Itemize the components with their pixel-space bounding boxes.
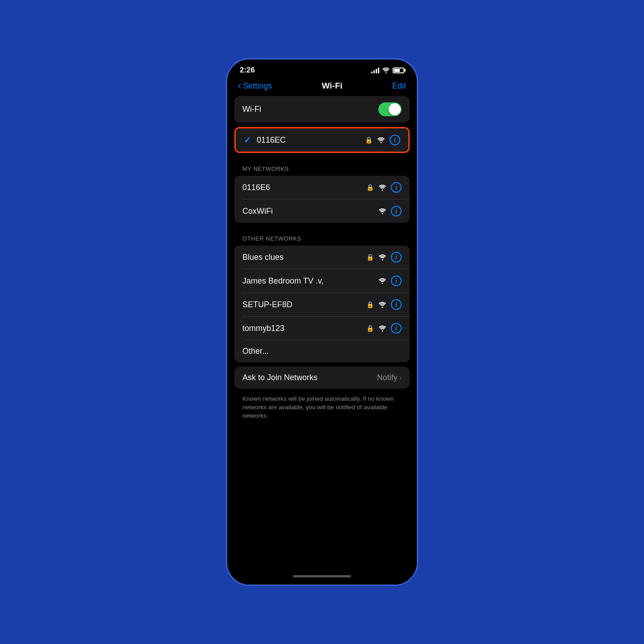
home-indicator [227,571,417,585]
wifi-icon [378,208,386,214]
network-icons-tommyb123: 🔒 i [366,323,402,334]
checkmark-icon: ✓ [244,135,251,145]
ask-to-join-row[interactable]: Ask to Join Networks Notify › [234,367,410,389]
list-item[interactable]: SETUP-EF8D 🔒 i [234,293,410,316]
lock-icon: 🔒 [365,136,373,144]
lock-icon: 🔒 [366,254,374,261]
list-item[interactable]: CoxWiFi i [234,199,410,223]
connected-network-info-button[interactable]: i [390,135,400,145]
network-icons-setup-ef8d: 🔒 i [366,299,402,310]
svg-point-1 [381,142,382,144]
list-item[interactable]: tommyb123 🔒 i [234,317,410,340]
scroll-content: Wi-Fi ✓ 0116EC 🔒 [227,96,417,571]
info-button-0116e6[interactable]: i [391,182,402,193]
connected-network-wrapper: ✓ 0116EC 🔒 i [234,127,410,153]
info-button-blues-clues[interactable]: i [391,252,402,263]
ask-to-join-footnote: Known networks will be joined automatica… [234,391,410,427]
my-networks-section: 0116E6 🔒 i CoxWiFi [234,176,410,223]
svg-point-2 [382,190,383,191]
status-time: 2:26 [240,66,255,75]
status-bar: 2:26 [227,59,417,77]
network-name-tommyb123: tommyb123 [242,324,284,333]
wifi-icon [378,325,386,331]
wifi-icon [378,184,386,191]
lock-icon: 🔒 [366,301,374,308]
my-networks-header: MY NETWORKS [234,157,410,176]
network-name-setup-ef8d: SETUP-EF8D [242,300,292,309]
wifi-toggle-switch[interactable] [378,102,402,116]
back-arrow-icon: ‹ [238,81,241,91]
wifi-toggle-section: Wi-Fi [234,96,410,123]
wifi-status-icon [382,67,390,73]
signal-icon [371,67,379,73]
wifi-icon [378,254,386,260]
wifi-icon [377,137,385,143]
lock-icon: 🔒 [366,184,374,191]
svg-point-5 [382,283,383,284]
back-label: Settings [243,81,272,91]
ask-to-join-value: Notify › [377,373,402,382]
ask-to-join-section: Ask to Join Networks Notify › [234,367,410,389]
network-icons-james-bedroom: i [378,275,402,286]
other-networks-section: Blues clues 🔒 i James Bedroom TV .v, [234,246,410,362]
back-button[interactable]: ‹ Settings [238,81,272,91]
network-name-blues-clues: Blues clues [242,253,284,262]
svg-point-0 [386,72,387,74]
list-item[interactable]: Other... [234,340,410,362]
toggle-knob [389,103,401,115]
info-button-james-bedroom[interactable]: i [391,275,402,286]
other-networks-header: OTHER NETWORKS [234,227,410,246]
svg-point-3 [382,213,383,215]
wifi-icon [378,278,386,284]
wifi-toggle-label: Wi-Fi [242,105,261,114]
list-item[interactable]: 0116E6 🔒 i [234,176,410,199]
connected-network-name: 0116EC [257,136,286,145]
chevron-right-icon: › [399,374,402,382]
network-icons-coxwifi: i [378,206,402,216]
edit-button[interactable]: Edit [392,81,406,91]
connected-network-row[interactable]: ✓ 0116EC 🔒 i [236,128,408,152]
svg-point-4 [382,259,383,261]
svg-point-7 [382,330,383,332]
list-item[interactable]: James Bedroom TV .v, i [234,269,410,292]
wifi-icon [378,301,386,308]
info-button-tommyb123[interactable]: i [391,323,402,334]
lock-icon: 🔒 [366,325,374,332]
connected-network-icons: 🔒 i [365,135,400,145]
network-icons-0116e6: 🔒 i [366,182,402,193]
network-name-other: Other... [242,347,269,356]
status-icons [371,67,404,73]
nav-bar: ‹ Settings Wi-Fi Edit [227,77,417,96]
ask-to-join-label: Ask to Join Networks [242,373,318,382]
list-item[interactable]: Blues clues 🔒 i [234,246,410,269]
network-icons-blues-clues: 🔒 i [366,252,402,263]
info-button-coxwifi[interactable]: i [391,206,402,216]
info-button-setup-ef8d[interactable]: i [391,299,402,310]
battery-icon [393,68,404,73]
connected-network-left: ✓ 0116EC [244,135,286,145]
page-title: Wi-Fi [322,81,343,91]
wifi-toggle-row: Wi-Fi [234,96,410,123]
phone-frame: 2:26 ‹ Settings Wi-Fi Edit [226,58,418,586]
network-name-0116e6: 0116E6 [242,183,270,192]
network-name-james-bedroom: James Bedroom TV .v, [242,276,323,286]
ask-to-join-current-value: Notify [377,373,398,382]
home-bar [293,575,351,577]
svg-point-6 [382,307,383,308]
network-name-coxwifi: CoxWiFi [242,207,273,216]
